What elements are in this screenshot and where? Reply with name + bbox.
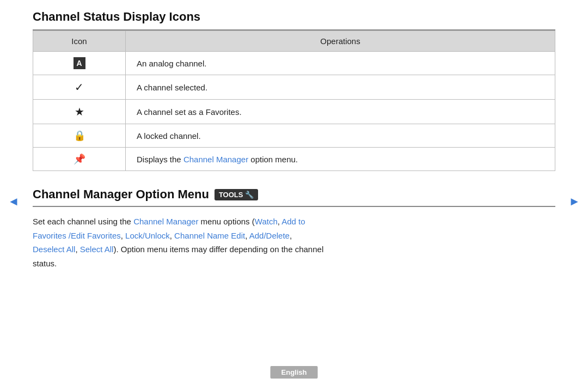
lock-icon: 🔒 [74,130,85,141]
nav-right-arrow[interactable]: ► [568,194,580,209]
table-row: 📌 Displays the Channel Manager option me… [33,148,555,171]
operation-analog: An analog channel. [126,52,555,75]
channel-manager-link1: Channel Manager [133,217,198,226]
icon-cell-star: ★ [33,100,126,124]
analog-icon: A [74,57,85,69]
icon-cell-lock: 🔒 [33,124,126,148]
language-badge: English [271,366,318,379]
channel-manager-link-table: Channel Manager [183,155,248,164]
table-row: A An analog channel. [33,52,555,75]
description-text: Set each channel using the Channel Manag… [33,215,555,270]
section2-heading: Channel Manager Option Menu TOOLS🔧 [33,187,555,202]
table-header-operations: Operations [126,31,555,52]
deselect-all-link: Deselect All [33,245,75,254]
star-icon: ★ [75,106,84,118]
table-row: ★ A channel set as a Favorites. [33,100,555,124]
check-icon: ✓ [75,81,84,93]
lock-unlock-link: Lock/Unlock [125,231,170,240]
operation-tools: Displays the Channel Manager option menu… [126,148,555,171]
icon-cell-tools: 📌 [33,148,126,171]
table-header-icon: Icon [33,31,126,52]
operation-favorites: A channel set as a Favorites. [126,100,555,124]
section2-divider [33,206,555,207]
nav-left-arrow[interactable]: ◄ [8,194,20,209]
icon-cell-check: ✓ [33,75,126,100]
tools-channel-icon: 📌 [74,154,85,164]
operation-selected: A channel selected. [126,75,555,100]
page-title: Channel Status Display Icons [33,10,555,24]
tools-badge: TOOLS🔧 [215,189,259,200]
table-row: ✓ A channel selected. [33,75,555,100]
channel-name-edit-link: Channel Name Edit [174,231,245,240]
tools-badge-label: TOOLS [219,191,243,199]
add-delete-link: Add/Delete [249,231,290,240]
watch-link: Watch [255,217,278,226]
tools-badge-icon: 🔧 [245,191,254,199]
select-all-link: Select All [80,245,114,254]
table-row: 🔒 A locked channel. [33,124,555,148]
section2-title: Channel Manager Option Menu [33,187,209,202]
operation-locked: A locked channel. [126,124,555,148]
icon-cell-analog: A [33,52,126,75]
status-icons-table: Icon Operations A An analog channel. ✓ A… [33,31,555,171]
